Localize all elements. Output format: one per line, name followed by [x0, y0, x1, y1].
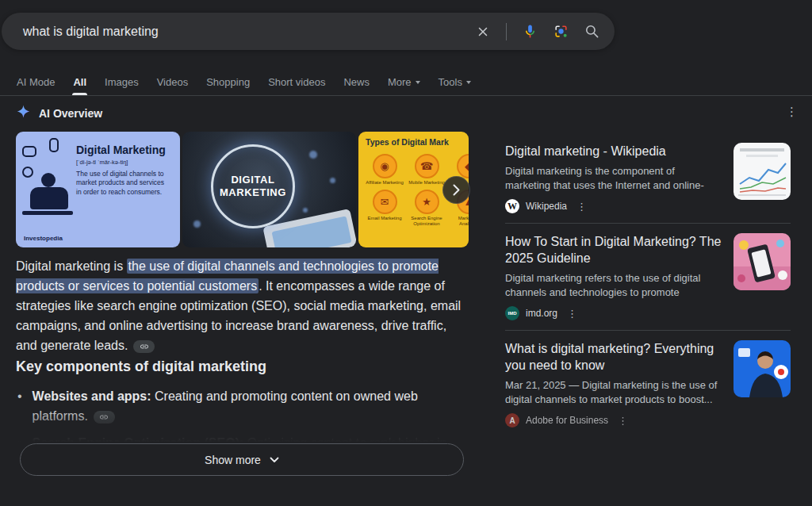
sparkle-icon — [16, 104, 31, 122]
type-label: Mobile Marketing — [408, 180, 446, 186]
result-snippet: Digital marketing refers to the use of d… — [505, 271, 722, 300]
image-title: DIGITAL MARKETING — [219, 174, 287, 200]
tab-label: AI Mode — [17, 76, 55, 88]
tab-all[interactable]: All — [72, 68, 87, 95]
result-card: What is digital marketing? Everything yo… — [505, 340, 791, 427]
image-phonetic: [ˈdi-jə-tl ˈmär-kə-tiŋ] — [76, 159, 128, 166]
type-item: Affiliate Marketing — [366, 154, 404, 186]
result-text: Digital marketing - Wikipedia Digital ma… — [505, 143, 722, 213]
more-options-icon[interactable] — [567, 309, 577, 319]
show-more-button[interactable]: Show more — [20, 443, 464, 476]
result-tabs: AI Mode All Images Videos Shopping Short… — [16, 68, 472, 95]
result-text: How To Start in Digital Marketing? The 2… — [505, 233, 722, 320]
clear-icon[interactable] — [473, 21, 493, 42]
email-marketing-icon — [373, 190, 397, 214]
more-options-icon[interactable] — [786, 105, 798, 117]
citation-link-icon[interactable] — [133, 340, 155, 353]
illustration-shape — [303, 208, 308, 213]
marketing-type-icon — [457, 154, 469, 178]
result-snippet: Mar 21, 2025 — Digital marketing is the … — [505, 378, 722, 407]
illustration-shape — [22, 167, 33, 178]
source-name[interactable]: imd.org — [526, 308, 557, 319]
tab-label: All — [73, 76, 86, 88]
citation-link-icon[interactable] — [94, 411, 115, 424]
result-text: What is digital marketing? Everything yo… — [505, 340, 722, 427]
carousel-image-photo[interactable]: DIGITAL MARKETING — [182, 132, 356, 247]
tab-images[interactable]: Images — [104, 68, 140, 95]
search-bar-icons — [473, 21, 602, 42]
type-label: Search Engine Optimization — [408, 216, 446, 227]
tab-label: More — [388, 76, 412, 88]
illustration-shape — [22, 146, 36, 157]
ai-overview-header: AI Overview — [16, 104, 102, 122]
result-title[interactable]: What is digital marketing? Everything yo… — [505, 340, 722, 374]
image-attribution: Investopedia — [24, 235, 63, 242]
image-title: Digital Marketing — [76, 144, 166, 156]
result-source-row: IMD imd.org — [505, 306, 722, 320]
illustration-shape — [41, 173, 56, 187]
related-results: Digital marketing - Wikipedia Digital ma… — [505, 143, 791, 427]
search-input[interactable]: what is digital marketing — [23, 25, 473, 39]
adobe-favicon: A — [505, 413, 519, 427]
wikipedia-favicon: W — [505, 199, 519, 213]
show-more-label: Show more — [205, 454, 261, 466]
lens-icon[interactable] — [550, 21, 571, 42]
list-item-text: Websites and apps: Creating and promotin… — [33, 386, 450, 426]
type-item: Mobile Marketing — [408, 154, 446, 186]
illustration-shape: DIGITAL MARKETING — [211, 144, 295, 228]
carousel-next-button[interactable] — [442, 176, 470, 204]
tab-label: Tools — [439, 76, 462, 88]
tab-shopping[interactable]: Shopping — [205, 68, 251, 95]
tab-label: Videos — [157, 76, 189, 88]
more-options-icon[interactable] — [576, 201, 587, 212]
type-label: Marketing Analytics — [450, 216, 469, 227]
tab-label: Images — [105, 76, 139, 88]
result-snippet: Digital marketing is the component of ma… — [505, 164, 722, 193]
section-heading: Key components of digital marketing — [16, 358, 266, 375]
chevron-down-icon — [466, 81, 471, 84]
source-name[interactable]: Wikipedia — [526, 201, 567, 212]
divider — [506, 23, 507, 40]
mic-icon[interactable] — [519, 21, 540, 42]
search-bar[interactable]: what is digital marketing — [2, 13, 615, 50]
illustration-shape — [49, 138, 59, 152]
bullet-icon — [17, 386, 22, 426]
tab-label: News — [343, 76, 370, 88]
type-item: Search Engine Optimization — [408, 190, 446, 227]
result-card: Digital marketing - Wikipedia Digital ma… — [505, 143, 791, 213]
tab-short-videos[interactable]: Short videos — [267, 68, 326, 95]
search-icon[interactable] — [581, 21, 602, 42]
divider — [0, 95, 812, 96]
chevron-down-icon — [416, 81, 420, 84]
tab-tools[interactable]: Tools — [438, 68, 472, 95]
result-thumbnail[interactable] — [733, 340, 791, 397]
result-title[interactable]: How To Start in Digital Marketing? The 2… — [505, 233, 722, 266]
imd-favicon: IMD — [505, 306, 519, 320]
illustration-shape — [309, 151, 317, 159]
type-label: Affiliate Marketing — [366, 180, 404, 186]
source-name[interactable]: Adobe for Business — [526, 415, 608, 426]
result-title[interactable]: Digital marketing - Wikipedia — [505, 143, 722, 159]
result-thumbnail[interactable] — [733, 143, 791, 200]
tab-more[interactable]: More — [387, 68, 421, 95]
tab-news[interactable]: News — [343, 68, 370, 95]
list-item: Websites and apps: Creating and promotin… — [17, 386, 450, 426]
illustration-shape — [22, 211, 73, 215]
tab-ai-mode[interactable]: AI Mode — [16, 68, 56, 95]
seo-icon — [415, 190, 439, 214]
chevron-down-icon — [270, 457, 279, 463]
divider — [505, 330, 791, 331]
carousel-image-definition[interactable]: Digital Marketing [ˈdi-jə-tl ˈmär-kə-tiŋ… — [16, 132, 180, 247]
more-options-icon[interactable] — [618, 416, 628, 426]
illustration-shape — [330, 178, 335, 183]
image-definition-text: The use of digital channels to market pr… — [76, 170, 170, 197]
paragraph-text: Digital marketing is — [16, 259, 127, 273]
result-card: How To Start in Digital Marketing? The 2… — [505, 233, 791, 320]
ai-overview-paragraph: Digital marketing is the use of digital … — [16, 256, 469, 355]
tab-label: Shopping — [206, 76, 250, 88]
mobile-marketing-icon — [415, 154, 439, 178]
result-thumbnail[interactable] — [733, 233, 791, 290]
type-label: Email Marketing — [366, 216, 404, 221]
tab-videos[interactable]: Videos — [156, 68, 190, 95]
result-source-row: W Wikipedia — [505, 199, 722, 213]
